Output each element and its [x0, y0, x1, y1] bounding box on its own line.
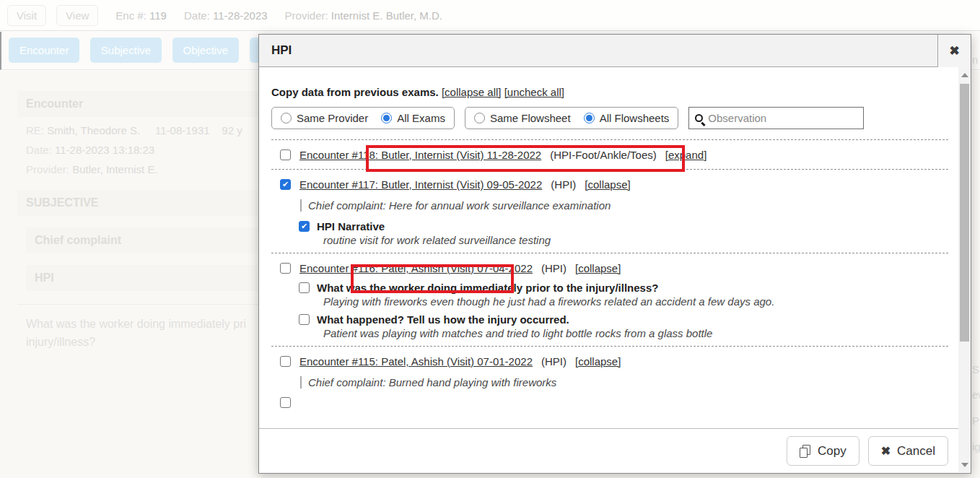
- encounter-link[interactable]: Encounter #117: Butler, Internist (Visit…: [299, 178, 542, 191]
- flowsheet-filter-group: Same Flowsheet All Flowsheets: [465, 107, 678, 129]
- observation-value: Patient was playing with matches and tri…: [323, 327, 948, 339]
- cancel-button-label: Cancel: [897, 444, 935, 459]
- observation-checkbox[interactable]: [299, 314, 310, 325]
- collapse-link[interactable]: [collapse]: [575, 355, 621, 368]
- encounter-checkbox[interactable]: ✔: [280, 179, 291, 190]
- screen: Visit View Enc #: 119 Date: 11-28-2023 P…: [0, 0, 980, 478]
- quote-bar: [300, 376, 302, 388]
- observation-search-box: [688, 107, 864, 129]
- observation-value: routine visit for work related surveilla…: [323, 234, 948, 246]
- all-exams-label: All Exams: [397, 112, 445, 124]
- observation-row: What happened? Tell us how the injury oc…: [299, 313, 948, 326]
- observation-search-input[interactable]: [708, 112, 845, 124]
- copy-button[interactable]: Copy: [787, 436, 859, 466]
- encounter-link[interactable]: Encounter #115: Patel, Ashish (Visit) 07…: [299, 355, 533, 368]
- encounter-flowsheet-suffix: (HPI): [551, 178, 576, 191]
- close-icon[interactable]: ✖: [937, 35, 971, 67]
- observation-value: Playing with fireworks even though he ju…: [323, 295, 948, 308]
- encounter-checkbox[interactable]: [280, 149, 291, 160]
- all-flowsheets-label: All Flowsheets: [600, 112, 670, 124]
- observation-checkbox[interactable]: ✔: [299, 221, 310, 232]
- dialog-scrollbar[interactable]: [958, 67, 971, 472]
- same-flowsheet-option[interactable]: Same Flowsheet: [474, 112, 571, 124]
- encounter-checkbox[interactable]: [280, 263, 291, 274]
- encounter-checkbox[interactable]: [280, 397, 291, 408]
- filter-controls: Same Provider All Exams Same Flowsheet A…: [271, 107, 948, 129]
- quote-bar: [300, 199, 302, 212]
- all-exams-option[interactable]: All Exams: [381, 112, 445, 124]
- uncheck-all-link[interactable]: [uncheck all]: [504, 86, 564, 98]
- chief-complaint-quote: Chief complaint: Burned hand playing wit…: [300, 376, 948, 388]
- observation-label: What happened? Tell us how the injury oc…: [317, 313, 569, 326]
- radio-selected-icon[interactable]: [381, 113, 392, 123]
- encounter-checkbox[interactable]: [280, 356, 291, 367]
- chief-complaint-quote: Chief complaint: Here for annual work su…: [300, 199, 948, 212]
- cancel-button[interactable]: ✖ Cancel: [868, 436, 948, 466]
- encounter-flowsheet-suffix: (HPI): [541, 262, 566, 274]
- dashed-separator: [271, 253, 948, 253]
- same-provider-option[interactable]: Same Provider: [281, 112, 368, 124]
- cancel-x-icon: ✖: [881, 444, 891, 458]
- same-flowsheet-label: Same Flowsheet: [490, 112, 571, 124]
- annotation-highlight-box: [351, 264, 514, 293]
- dialog-body: Copy data from previous exams. [collapse…: [259, 67, 958, 428]
- collapse-link[interactable]: [collapse]: [585, 178, 630, 191]
- annotation-highlight-box: [366, 145, 685, 172]
- dialog-title: HPI: [259, 43, 937, 58]
- quote-text: Chief complaint: Here for annual work su…: [308, 199, 611, 212]
- same-provider-label: Same Provider: [297, 112, 368, 124]
- collapse-link[interactable]: [collapse]: [575, 262, 621, 274]
- encounter-flowsheet-suffix: (HPI): [541, 355, 566, 368]
- search-icon: [695, 114, 703, 122]
- observation-label: HPI Narrative: [317, 220, 385, 233]
- dialog-header: HPI ✖: [259, 35, 971, 67]
- scroll-down-icon[interactable]: [958, 459, 971, 471]
- radio-icon[interactable]: [281, 113, 292, 123]
- scrollbar-thumb[interactable]: [960, 84, 969, 342]
- encounter-row: Encounter #115: Patel, Ashish (Visit) 07…: [280, 353, 948, 369]
- dialog-footer: Copy ✖ Cancel: [259, 428, 958, 473]
- copy-instructions-text: Copy data from previous exams.: [271, 86, 439, 98]
- copy-instructions: Copy data from previous exams. [collapse…: [271, 86, 948, 98]
- hpi-copy-dialog: HPI ✖ Copy data from previous exams. [co…: [258, 34, 971, 474]
- radio-icon[interactable]: [474, 113, 485, 123]
- encounter-row: ✔Encounter #117: Butler, Internist (Visi…: [280, 176, 948, 192]
- copy-icon: [800, 445, 811, 457]
- all-flowsheets-option[interactable]: All Flowsheets: [584, 112, 670, 124]
- dashed-separator: [271, 346, 948, 347]
- dashed-separator: [271, 139, 948, 140]
- partial-next-row: [280, 397, 948, 411]
- collapse-all-link[interactable]: [collapse all]: [442, 86, 502, 98]
- quote-text: Chief complaint: Burned hand playing wit…: [308, 376, 556, 388]
- provider-filter-group: Same Provider All Exams: [271, 107, 455, 129]
- copy-button-label: Copy: [818, 444, 846, 459]
- observation-checkbox[interactable]: [299, 282, 310, 293]
- scroll-up-icon[interactable]: [958, 69, 971, 81]
- radio-selected-icon[interactable]: [584, 113, 595, 123]
- observation-row: ✔HPI Narrative: [299, 220, 948, 233]
